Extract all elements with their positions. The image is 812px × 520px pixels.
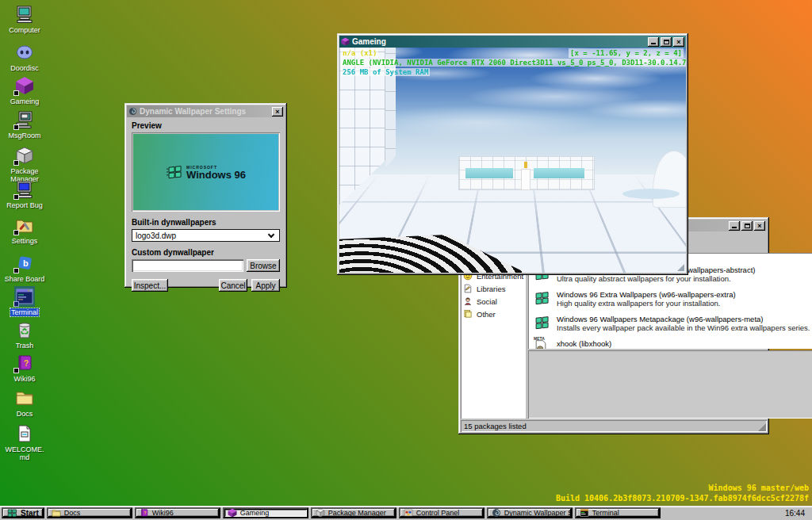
terminal-icon xyxy=(580,508,589,518)
docs-folder-icon xyxy=(52,508,61,518)
windows-flag-icon xyxy=(166,164,183,180)
build-line-2: Build 10406.2b3f8073.210709-1347.fab8974… xyxy=(556,494,809,504)
msgroom-icon xyxy=(15,110,34,129)
game-viewport[interactable]: n/a (x1) [x = -11.65, y = 2, z = 4] ANGL… xyxy=(339,48,686,273)
task-terminal[interactable]: Terminal xyxy=(575,507,661,518)
wallpaper-swirl-icon xyxy=(492,508,501,518)
custom-dynwallpaper-label: Custom dynwallpaper xyxy=(132,248,280,257)
builtin-dynwallpapers-select[interactable]: logo3d.dwp xyxy=(132,229,280,242)
maximize-icon[interactable] xyxy=(741,221,753,231)
package-row[interactable]: xhook (libxhook) xyxy=(533,339,810,349)
resize-grip[interactable] xyxy=(677,264,684,271)
desktop-icon-docs[interactable]: Docs xyxy=(2,388,48,418)
category-social[interactable]: Social xyxy=(463,295,523,308)
desktop-icon-gameing[interactable]: Gameing xyxy=(2,76,48,105)
docs-folder-icon xyxy=(15,388,34,407)
maximize-icon[interactable] xyxy=(661,37,672,47)
build-line-1: Windows 96 master/web xyxy=(556,484,809,494)
category-other[interactable]: Other xyxy=(463,308,523,320)
task-dynamic-wallpaper-settings[interactable]: Dynamic Wallpaper Settin... xyxy=(487,507,573,518)
category-label: Libraries xyxy=(477,285,505,293)
dynamic-wallpaper-settings-window: Dynamic Wallpaper Settings × Preview MIC… xyxy=(124,103,287,288)
share-board-icon: b xyxy=(15,254,34,273)
desktop-icon-msgroom[interactable]: MsgRoom xyxy=(2,110,48,140)
task-label: Package Manager xyxy=(328,509,386,517)
minimize-icon[interactable] xyxy=(648,37,659,47)
close-icon[interactable]: × xyxy=(673,37,684,47)
category-label: Other xyxy=(477,310,496,319)
preview-label: Preview xyxy=(132,121,280,130)
package-desc: Installs every wallpaper pack available … xyxy=(557,323,810,332)
desktop-icon-package-manager[interactable]: Package Manager xyxy=(2,146,48,184)
svg-text:b: b xyxy=(23,258,29,268)
report-bug-icon xyxy=(15,180,34,199)
task-gameing[interactable]: Gameing xyxy=(223,507,308,518)
status-bar: 15 packages listed xyxy=(461,420,767,432)
package-icon xyxy=(316,508,325,518)
windows-flag-meta-icon: META xyxy=(533,315,552,339)
taskbar: Start Docs ? Wiki96 Gameing Package Mana… xyxy=(0,506,812,520)
desktop: Computer Doordisc Gameing MsgRoom Packag… xyxy=(0,0,812,520)
status-text: 15 packages listed xyxy=(464,422,527,430)
inspect-button[interactable]: Inspect... xyxy=(132,279,168,292)
gameing-cube-icon xyxy=(228,508,237,518)
gameing-titlebar[interactable]: Gameing × xyxy=(339,36,686,48)
window-title: Gameing xyxy=(352,37,645,46)
start-label: Start xyxy=(21,509,39,518)
gameing-icon xyxy=(15,76,34,95)
desktop-icon-label: Docs xyxy=(17,410,33,418)
page-pencil-icon xyxy=(463,284,473,293)
desktop-icon-label: Report Bug xyxy=(6,201,43,209)
shortcut-badge xyxy=(13,230,19,235)
desktop-icon-doordisc[interactable]: Doordisc xyxy=(2,43,48,72)
desktop-icon-label: Gameing xyxy=(10,98,40,105)
desktop-icon-share-board[interactable]: b Share Board xyxy=(2,254,48,283)
hud-coordinates: [x = -11.65, y = 2, z = 4] xyxy=(569,48,684,58)
desktop-icon-computer[interactable]: Computer xyxy=(2,5,48,34)
package-row[interactable]: Windows 96 Extra Wallpapers (w96-wallpap… xyxy=(533,290,810,315)
gameing-cube-icon xyxy=(341,37,350,46)
apply-button[interactable]: Apply xyxy=(251,279,280,292)
game-hud: n/a (x1) [x = -11.65, y = 2, z = 4] ANGL… xyxy=(341,48,684,77)
start-button[interactable]: Start xyxy=(2,507,44,518)
desktop-icon-trash[interactable]: Trash xyxy=(2,320,48,350)
taskbar-clock: 16:44 xyxy=(785,509,810,518)
resize-grip[interactable] xyxy=(758,423,766,431)
close-icon[interactable]: × xyxy=(754,221,765,231)
browse-button[interactable]: Browse xyxy=(247,259,280,272)
task-control-panel[interactable]: Control Panel xyxy=(399,507,485,518)
package-name: xhook (libxhook) xyxy=(557,339,611,348)
wallpaper-swirl-icon xyxy=(128,107,137,116)
floor-shadow xyxy=(622,189,680,199)
desktop-icon-wiki96[interactable]: ? Wiki96 xyxy=(2,354,48,383)
desktop-icon-label: Wiki96 xyxy=(13,375,35,383)
task-package-manager[interactable]: Package Manager xyxy=(311,507,396,518)
wiki96-icon: ? xyxy=(15,354,34,373)
close-icon[interactable]: × xyxy=(272,107,283,117)
desktop-icon-label: Share Board xyxy=(5,275,45,283)
windows-flag-icon xyxy=(533,290,552,315)
wallpaper-preview: MICROSOFT Windows 96 xyxy=(132,132,280,212)
custom-dynwallpaper-input[interactable] xyxy=(132,259,243,272)
shortcut-badge xyxy=(13,194,19,200)
task-docs[interactable]: Docs xyxy=(47,507,132,518)
window-title: Dynamic Wallpaper Settings xyxy=(140,107,270,116)
desktop-icon-label: Terminal xyxy=(10,308,39,316)
cancel-button[interactable]: Cancel xyxy=(219,279,247,292)
desktop-icon-label: WELCOME.md xyxy=(2,445,47,462)
minimize-icon[interactable] xyxy=(729,221,740,231)
task-wiki96[interactable]: ? Wiki96 xyxy=(135,507,220,518)
category-libraries[interactable]: Libraries xyxy=(463,282,523,295)
task-label: Control Panel xyxy=(416,509,460,517)
shortcut-badge xyxy=(13,160,19,166)
document-icon xyxy=(15,424,34,443)
hud-fps: n/a (x1) xyxy=(341,48,378,58)
package-row[interactable]: META Windows 96 Wallpapers Metapackage (… xyxy=(533,315,810,339)
desktop-icon-report-bug[interactable]: Report Bug xyxy=(2,180,48,209)
wallpaper-window-titlebar[interactable]: Dynamic Wallpaper Settings × xyxy=(127,105,285,117)
desktop-icon-welcome[interactable]: WELCOME.md xyxy=(2,424,48,462)
desktop-icon-terminal[interactable]: Terminal xyxy=(2,287,48,316)
distant-building xyxy=(458,156,595,190)
desktop-icon-settings[interactable]: Settings xyxy=(2,216,48,245)
shortcut-badge xyxy=(13,368,19,373)
